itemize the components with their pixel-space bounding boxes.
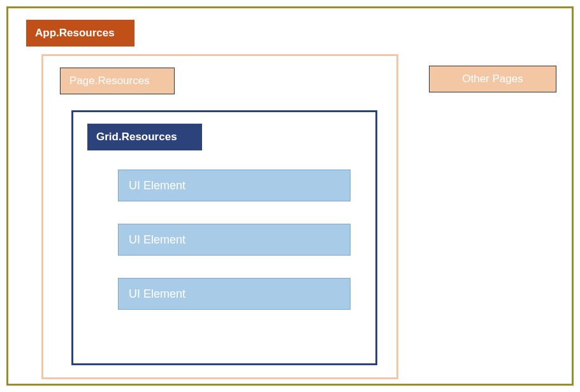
grid-resources-label: Grid.Resources	[87, 124, 202, 150]
page-resources-container: Page.Resources Grid.Resources UI Element…	[41, 54, 398, 379]
grid-resources-container: Grid.Resources UI Element UI Element UI …	[71, 110, 377, 365]
ui-element-box: UI Element	[118, 170, 351, 201]
app-resources-container: App.Resources Other Pages Page.Resources…	[6, 6, 574, 386]
other-pages-label: Other Pages	[429, 66, 556, 92]
page-resources-label: Page.Resources	[60, 68, 175, 94]
ui-element-box: UI Element	[118, 278, 351, 310]
ui-element-box: UI Element	[118, 224, 351, 256]
app-resources-label: App.Resources	[26, 20, 134, 47]
